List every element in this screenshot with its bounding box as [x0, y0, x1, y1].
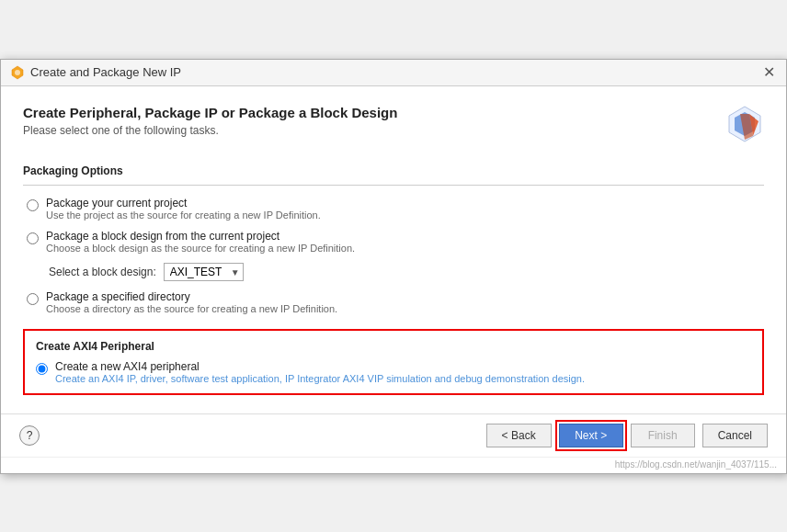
option-row-3: Package a specified directory Choose a d… — [23, 290, 764, 314]
title-bar-left: Create and Package New IP — [10, 65, 181, 80]
option-text-2: Package a block design from the current … — [46, 230, 355, 254]
dialog-icon — [10, 65, 25, 80]
header-left: Create Peripheral, Package IP or Package… — [23, 105, 397, 155]
title-bar: Create and Package New IP ✕ — [1, 60, 786, 86]
axi-option-desc: Create an AXI4 IP, driver, software test… — [55, 373, 585, 384]
option-text-1: Package your current project Use the pro… — [46, 197, 321, 221]
axi-option-title: Create a new AXI4 peripheral — [55, 360, 585, 373]
option-desc-1: Use the project as the source for creati… — [46, 209, 321, 221]
finish-label: Finish — [648, 429, 678, 442]
select-wrapper[interactable]: AXI_TEST ▼ — [164, 263, 244, 281]
back-label: < Back — [502, 429, 536, 442]
option-text-3: Package a specified directory Choose a d… — [46, 290, 337, 314]
block-design-row: Select a block design: AXI_TEST ▼ — [49, 263, 764, 281]
cancel-label: Cancel — [718, 429, 752, 442]
header-area: Create Peripheral, Package IP or Package… — [23, 105, 764, 155]
dialog-body: Create Peripheral, Package IP or Package… — [1, 86, 786, 413]
back-button[interactable]: < Back — [486, 424, 552, 447]
finish-button[interactable]: Finish — [631, 424, 695, 447]
axi-section-box: Create AXI4 Peripheral Create a new AXI4… — [23, 329, 764, 395]
next-label: Next > — [575, 429, 607, 442]
footer-right: < Back Next > Finish Cancel — [486, 424, 768, 447]
page-subtitle: Please select one of the following tasks… — [23, 124, 397, 137]
option-row-1: Package your current project Use the pro… — [23, 197, 764, 221]
page-title: Create Peripheral, Package IP or Package… — [23, 105, 397, 120]
option-radio-2[interactable] — [27, 232, 39, 244]
block-design-label: Select a block design: — [49, 266, 156, 278]
axi-option-radio[interactable] — [36, 363, 48, 375]
option-desc-2: Choose a block design as the source for … — [46, 243, 355, 254]
axi-option-row: Create a new AXI4 peripheral Create an A… — [36, 360, 751, 384]
block-design-select[interactable]: AXI_TEST — [164, 263, 244, 281]
option-title-1: Package your current project — [46, 197, 321, 209]
section-divider — [23, 185, 764, 186]
axi-option-text: Create a new AXI4 peripheral Create an A… — [55, 360, 585, 384]
option-title-2: Package a block design from the current … — [46, 230, 355, 243]
next-button[interactable]: Next > — [559, 424, 623, 447]
help-label: ? — [27, 429, 33, 442]
footer-left: ? — [19, 425, 40, 446]
main-dialog: Create and Package New IP ✕ Create Perip… — [0, 59, 787, 474]
help-button[interactable]: ? — [19, 425, 40, 446]
dialog-footer: ? < Back Next > Finish Cancel — [1, 413, 786, 457]
option-radio-1[interactable] — [27, 199, 39, 211]
axi-section-label: Create AXI4 Peripheral — [36, 340, 751, 353]
cancel-button[interactable]: Cancel — [702, 424, 768, 447]
close-button[interactable]: ✕ — [761, 65, 777, 80]
option-row-2: Package a block design from the current … — [23, 230, 764, 254]
packaging-section-label: Packaging Options — [23, 164, 764, 177]
option-radio-3[interactable] — [27, 293, 39, 305]
watermark: https://blog.csdn.net/wanjin_4037/115... — [1, 457, 786, 473]
option-desc-3: Choose a directory as the source for cre… — [46, 303, 337, 314]
option-title-3: Package a specified directory — [46, 290, 337, 303]
svg-point-1 — [15, 70, 20, 75]
dialog-title: Create and Package New IP — [30, 65, 181, 79]
vivado-logo — [725, 105, 764, 143]
